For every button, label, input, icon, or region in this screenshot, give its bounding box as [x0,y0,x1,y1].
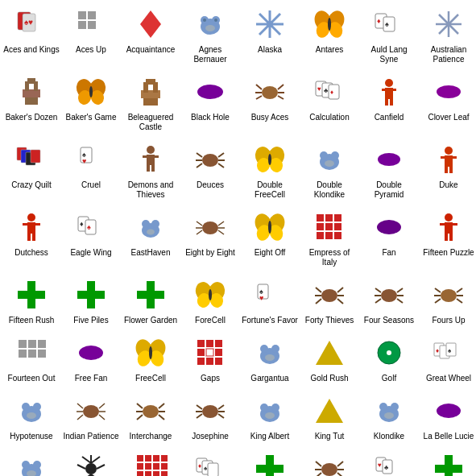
game-item-lady-jane[interactable]: Lady Jane [2,446,61,476]
game-item-forty-thieves[interactable]: Forty Thieves [300,272,359,330]
game-item-busy-aces[interactable]: Busy Aces [240,69,300,137]
game-item-king-albert[interactable]: King Albert [240,388,300,446]
svg-text:♠: ♠ [385,20,389,28]
game-item-calculation[interactable]: ♥ ♣ ♦Calculation [300,69,359,137]
game-item-four-seasons[interactable]: Four Seasons [359,272,419,330]
game-item-mount-olympus[interactable]: ♦ ♠ Mount Olympus [180,446,240,476]
game-item-deuces[interactable]: Deuces [180,137,240,205]
game-item-king-tut[interactable]: King Tut [300,388,359,446]
game-item-empress-of-italy[interactable]: Empress of Italy [300,205,359,272]
game-item-five-piles[interactable]: Five Piles [61,272,121,330]
game-item-easthaven[interactable]: EastHaven [121,205,180,272]
game-item-fortunes-favor[interactable]: ♠ ♥Fortune's Favor [240,272,300,330]
game-item-aces-and-kings[interactable]: ♠♥Aces and Kings [2,2,61,69]
game-label-five-piles: Five Piles [73,316,108,325]
game-item-osmosis[interactable]: ♥ ♣Osmosis [359,446,419,476]
game-item-canfield[interactable]: Canfield [359,69,419,137]
svg-rect-133 [334,214,341,221]
game-icon-indian-patience [72,391,110,430]
svg-rect-110 [32,234,35,241]
svg-rect-103 [445,167,448,173]
game-item-bakers-game[interactable]: Baker's Game [61,69,121,137]
game-item-demons-and-thieves[interactable]: Demons and Thieves [121,137,180,205]
game-item-patient-pairs[interactable]: Patient Pairs [419,446,476,476]
game-item-agnes-bernauer[interactable]: Agnes Bernauer [180,2,240,69]
game-item-double-klondike[interactable]: Double Klondike [300,137,359,205]
game-item-crazy-quilt[interactable]: Crazy Quilt [2,137,61,205]
game-item-clover-leaf[interactable]: Clover Leaf [419,69,476,137]
game-item-cruel[interactable]: ♠ ♥Cruel [61,137,121,205]
game-item-australian-patience[interactable]: Australian Patience [419,2,476,69]
game-item-eight-by-eight[interactable]: Eight by Eight [180,205,240,272]
game-item-flower-garden[interactable]: Flower Garden [121,272,180,330]
svg-rect-150 [77,291,105,299]
game-icon-eagle-wing: ♦ ♠ [72,208,110,246]
game-item-indian-patience[interactable]: Indian Patience [61,388,121,446]
game-item-josephine[interactable]: Josephine [180,388,240,446]
game-item-double-freecell[interactable]: Double FreeCell [240,137,300,205]
game-item-miss-milligan[interactable]: Miss Milligan [61,446,121,476]
game-item-gargantua[interactable]: Gargantua [240,330,300,388]
game-item-duke[interactable]: Duke [419,137,476,205]
svg-rect-199 [215,349,222,356]
svg-point-226 [143,405,159,418]
game-icon-easthaven [131,208,170,246]
game-icon-demons-and-thieves [131,140,170,179]
svg-text:♥: ♥ [378,462,382,469]
game-item-la-belle-lucie[interactable]: La Belle Lucie [419,388,476,446]
svg-rect-183 [28,340,36,348]
svg-point-141 [445,213,453,221]
game-label-double-pyramid: Double Pyramid [361,180,417,200]
svg-line-172 [397,288,403,292]
svg-point-32 [446,22,451,27]
game-item-fifteen-puzzle[interactable]: Fifteen Puzzle [419,205,476,272]
game-label-king-tut: King Tut [315,432,345,441]
game-item-freecell[interactable]: FreeCell [121,330,180,388]
svg-rect-6 [88,21,96,29]
svg-line-232 [159,415,164,420]
game-icon-bakers-game [72,72,110,111]
game-item-gold-rush[interactable]: Gold Rush [300,330,359,388]
game-label-aces-up: Aces Up [76,45,106,55]
game-item-klondike[interactable]: Klondike [359,388,419,446]
svg-rect-148 [18,291,45,299]
game-item-great-wheel[interactable]: ♦ ♠Great Wheel [419,330,476,388]
game-item-bakers-dozen[interactable]: Baker's Dozen [2,69,61,137]
game-icon-fan [370,208,408,246]
game-item-aces-up[interactable]: Aces Up [61,2,121,69]
game-icon-busy-aces [250,72,289,111]
game-item-montana[interactable]: Montana [121,446,180,476]
game-item-interchange[interactable]: Interchange [121,388,180,446]
game-item-number-ten[interactable]: Number Ten [300,446,359,476]
svg-line-230 [159,404,164,408]
game-item-antares[interactable]: Antares [300,2,359,69]
game-item-golf[interactable]: Golf [359,330,419,388]
game-item-fours-up[interactable]: Fours Up [419,272,476,330]
svg-rect-139 [334,232,341,239]
game-icon-freecell [131,333,170,372]
game-item-eagle-wing[interactable]: ♦ ♠Eagle Wing [61,205,121,272]
game-icon-cruel: ♠ ♥ [72,140,110,179]
game-item-fifteen-rush[interactable]: Fifteen Rush [2,272,61,330]
game-item-free-fan[interactable]: Free Fan [61,330,121,388]
game-item-hypotenuse[interactable]: Hypotenuse [2,388,61,446]
game-item-auld-lang-syne[interactable]: ♦ ♠Auld Lang Syne [359,2,419,69]
game-item-alaska[interactable]: Alaska [240,2,300,69]
game-item-double-pyramid[interactable]: Double Pyramid [359,137,419,205]
game-item-acquaintance[interactable]: Acquaintance [121,2,180,69]
game-item-nestor[interactable]: Nestor [240,446,300,476]
game-item-dutchess[interactable]: Dutchess [2,205,61,272]
game-item-eight-off[interactable]: Eight Off [240,205,300,272]
game-item-forecell[interactable]: ForeCell [180,272,240,330]
svg-line-239 [218,414,224,418]
game-icon-flower-garden [131,275,170,314]
game-item-black-hole[interactable]: Black Hole [180,69,240,137]
svg-point-204 [260,345,268,353]
svg-rect-67 [390,99,393,106]
game-label-klondike: Klondike [374,432,404,441]
game-item-fan[interactable]: Fan [359,205,419,272]
game-item-gaps[interactable]: Gaps [180,330,240,388]
game-item-fourteen-out[interactable]: Fourteen Out [2,330,61,388]
svg-text:♠: ♠ [87,223,91,231]
game-item-beleaguered-castle[interactable]: Beleaguered Castle [121,69,180,137]
